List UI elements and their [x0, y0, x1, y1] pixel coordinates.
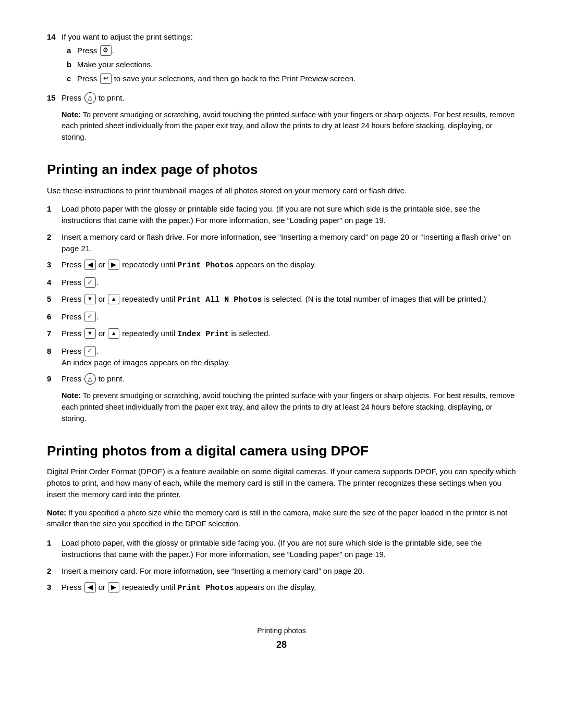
s1-step-8-subnote: An index page of images appears on the d…	[62, 358, 230, 367]
section1-title: Printing an index page of photos	[47, 160, 516, 180]
s2-step-3: 3 Press ◀ or ▶ repeatedly until Print Ph…	[47, 582, 516, 594]
s1-step-6: 6 Press ✓.	[47, 311, 516, 323]
s1-step-9-content: Press △ to print.	[62, 373, 516, 385]
s2-step-3-mono: Print Photos	[177, 584, 234, 593]
print-icon-9: △	[84, 373, 96, 385]
s1-step-8-num: 8	[47, 346, 62, 357]
s1-step-9-num: 9	[47, 373, 62, 385]
print-icon: △	[84, 92, 96, 104]
section2-note: Note: If you specified a photo size whil…	[47, 508, 516, 530]
sub-label-a: a	[67, 45, 77, 56]
footer-text: Printing photos	[47, 625, 516, 636]
top-note-label: Note:	[62, 110, 81, 119]
section1-note-label: Note:	[62, 391, 81, 400]
left-arrow-icon-s2: ◀	[84, 582, 96, 593]
section2-steps: 1 Load photo paper, with the glossy or p…	[47, 537, 516, 594]
s2-step-2: 2 Insert a memory card. For more informa…	[47, 565, 516, 577]
s1-step-2-num: 2	[47, 231, 62, 243]
s1-step-7-content: Press ▼ or ▲ repeatedly until Index Prin…	[62, 328, 516, 340]
s1-step-2: 2 Insert a memory card or flash drive. F…	[47, 231, 516, 254]
gear-icon: ⚙	[100, 45, 112, 56]
sub-label-c: c	[67, 73, 77, 84]
sub-a-press: Press	[77, 46, 100, 55]
step-15-num: 15	[47, 92, 62, 104]
step-14: 14 If you want to adjust the print setti…	[47, 31, 516, 87]
down-arrow-icon-7: ▼	[84, 328, 96, 339]
page-footer: Printing photos 28	[47, 625, 516, 651]
s1-step-5-content: Press ▼ or ▲ repeatedly until Print All …	[62, 293, 516, 306]
s1-step-8-content: Press ✓. An index page of images appears…	[62, 346, 516, 368]
s1-step-3-mono: Print Photos	[177, 261, 234, 270]
s2-step-2-content: Insert a memory card. For more informati…	[62, 565, 516, 577]
section-dpof: Printing photos from a digital camera us…	[47, 441, 516, 594]
down-arrow-icon-5: ▼	[84, 294, 96, 304]
section2-note-label: Note:	[47, 509, 66, 517]
top-note: Note: To prevent smudging or scratching,…	[62, 109, 516, 143]
s1-step-6-content: Press ✓.	[62, 311, 516, 323]
s1-step-5-mono: Print All N Photos	[177, 295, 262, 304]
s1-step-7-num: 7	[47, 328, 62, 339]
up-arrow-icon-5: ▲	[108, 294, 119, 304]
back-icon: ↩	[100, 73, 112, 84]
s1-step-5: 5 Press ▼ or ▲ repeatedly until Print Al…	[47, 293, 516, 306]
s1-step-2-content: Insert a memory card or flash drive. For…	[62, 231, 516, 254]
s1-step-4: 4 Press ✓.	[47, 277, 516, 288]
check-icon-4: ✓	[84, 277, 96, 288]
section2-intro1: Digital Print Order Format (DPOF) is a f…	[47, 466, 516, 500]
s1-step-9: 9 Press △ to print.	[47, 373, 516, 385]
s1-step-8: 8 Press ✓. An index page of images appea…	[47, 346, 516, 368]
top-section: 14 If you want to adjust the print setti…	[47, 31, 516, 143]
sub-step-b: b Make your selections.	[67, 59, 516, 70]
right-arrow-icon-s2: ▶	[108, 582, 119, 593]
step-15: 15 Press △ to print.	[47, 92, 516, 104]
sub-a-content: Press ⚙.	[77, 45, 114, 56]
sub-c-content: Press ↩ to save your selections, and the…	[77, 73, 356, 84]
step-14-num: 14	[47, 31, 62, 43]
sub-step-c: c Press ↩ to save your selections, and t…	[67, 73, 516, 84]
check-icon-8: ✓	[84, 346, 96, 356]
up-arrow-icon-7: ▲	[108, 328, 119, 339]
step-14-sub: a Press ⚙. b Make your selections. c P	[67, 45, 516, 84]
sub-label-b: b	[67, 59, 77, 70]
s1-step-4-content: Press ✓.	[62, 277, 516, 288]
s1-step-1-content: Load photo paper with the glossy or prin…	[62, 203, 516, 226]
sub-b-text: Make your selections.	[77, 59, 153, 70]
section1-note-text: To prevent smudging or scratching, avoid…	[62, 391, 515, 423]
check-icon-6: ✓	[84, 312, 96, 322]
step-14-content: If you want to adjust the print settings…	[62, 31, 516, 87]
section2-title: Printing photos from a digital camera us…	[47, 441, 516, 461]
top-note-text: To prevent smudging or scratching, avoid…	[62, 110, 515, 142]
section2-note-text: If you specified a photo size while the …	[47, 509, 507, 528]
section1-note: Note: To prevent smudging or scratching,…	[62, 390, 516, 424]
s1-step-3-content: Press ◀ or ▶ repeatedly until Print Phot…	[62, 259, 516, 272]
s1-step-1: 1 Load photo paper with the glossy or pr…	[47, 203, 516, 226]
sub-step-a: a Press ⚙.	[67, 45, 516, 56]
section-index-photos: Printing an index page of photos Use the…	[47, 160, 516, 425]
s2-step-1: 1 Load photo paper, with the glossy or p…	[47, 537, 516, 560]
s2-step-1-num: 1	[47, 537, 62, 549]
s1-step-3-num: 3	[47, 259, 62, 270]
section1-intro: Use these instructions to print thumbnai…	[47, 185, 516, 196]
s1-step-7: 7 Press ▼ or ▲ repeatedly until Index Pr…	[47, 328, 516, 340]
s2-step-3-content: Press ◀ or ▶ repeatedly until Print Phot…	[62, 582, 516, 594]
section1-steps: 1 Load photo paper with the glossy or pr…	[47, 203, 516, 385]
step-14-text: If you want to adjust the print settings…	[62, 32, 193, 41]
s1-step-5-num: 5	[47, 293, 62, 305]
right-arrow-icon: ▶	[108, 260, 119, 270]
left-arrow-icon: ◀	[84, 260, 96, 270]
footer-page-num: 28	[47, 638, 516, 651]
s2-step-3-num: 3	[47, 582, 62, 593]
s1-step-6-num: 6	[47, 311, 62, 323]
s1-step-3: 3 Press ◀ or ▶ repeatedly until Print Ph…	[47, 259, 516, 272]
s2-step-2-num: 2	[47, 565, 62, 577]
step-15-content: Press △ to print.	[62, 92, 516, 104]
s1-step-4-num: 4	[47, 277, 62, 288]
s1-step-7-mono: Index Print	[177, 330, 229, 339]
s1-step-1-num: 1	[47, 203, 62, 215]
s2-step-1-content: Load photo paper, with the glossy or pri…	[62, 537, 516, 560]
